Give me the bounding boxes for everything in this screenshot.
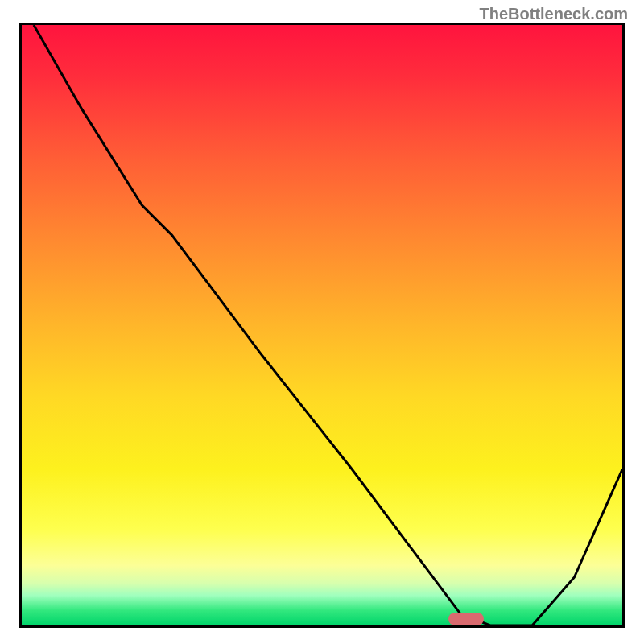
- bottleneck-marker: [448, 613, 485, 625]
- chart-curve: [22, 25, 622, 625]
- watermark-text: TheBottleneck.com: [480, 5, 628, 23]
- chart-frame: [19, 23, 625, 628]
